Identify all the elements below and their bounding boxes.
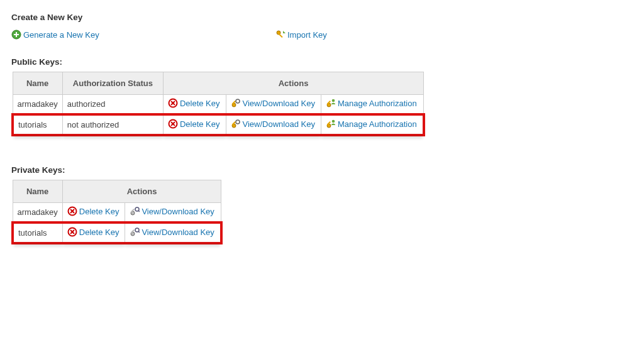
public-col-actions: Actions: [163, 72, 423, 95]
private-row-name: armadakey: [13, 203, 62, 223]
private-row-delete-cell: Delete Key: [62, 203, 125, 223]
public-col-auth: Authorization Status: [62, 72, 163, 95]
table-row: armadakeyauthorizedDelete KeyView/Downlo…: [13, 95, 424, 115]
delete-key-link[interactable]: Delete Key: [67, 227, 119, 237]
create-key-heading: Create a New Key: [11, 13, 633, 22]
delete-key-label: Delete Key: [79, 207, 119, 216]
delete-key-label: Delete Key: [79, 228, 119, 237]
public-row-view-cell: View/Download Key: [226, 95, 321, 115]
import-key-link[interactable]: Import Key: [275, 30, 327, 40]
table-row: armadakeyDelete KeyView/Download Key: [13, 203, 221, 223]
private-row-view-cell: View/Download Key: [125, 222, 221, 243]
private-row-delete-cell: Delete Key: [62, 222, 125, 243]
view-download-key-link[interactable]: View/Download Key: [231, 98, 315, 108]
public-row-delete-cell: Delete Key: [163, 95, 226, 115]
view-download-key-link[interactable]: View/Download Key: [130, 227, 214, 237]
private-keys-table: Name Actions armadakeyDelete KeyView/Dow…: [11, 180, 223, 244]
public-row-name: armadakey: [13, 95, 62, 115]
private-col-name: Name: [13, 180, 62, 203]
view-download-key-label: View/Download Key: [243, 119, 315, 129]
delete-key-link[interactable]: Delete Key: [67, 206, 119, 216]
delete-icon: [168, 98, 178, 108]
public-row-manage-cell: Manage Authorization: [321, 95, 423, 115]
key-user-icon: [326, 98, 336, 108]
view-download-key-label: View/Download Key: [243, 99, 315, 108]
manage-authorization-link[interactable]: Manage Authorization: [326, 98, 417, 108]
public-row-name: tutorials: [13, 114, 62, 135]
public-row-delete-cell: Delete Key: [163, 114, 226, 135]
public-keys-heading: Public Keys:: [11, 57, 633, 67]
import-key-label: Import Key: [287, 30, 327, 40]
manage-authorization-label: Manage Authorization: [338, 119, 417, 129]
delete-icon: [168, 119, 178, 129]
table-row: tutorialsnot authorizedDelete KeyView/Do…: [13, 114, 424, 135]
manage-authorization-label: Manage Authorization: [338, 99, 417, 108]
public-row-view-cell: View/Download Key: [226, 114, 321, 135]
view-download-key-label: View/Download Key: [142, 207, 214, 216]
private-keys-heading: Private Keys:: [11, 165, 633, 175]
public-row-auth-status: authorized: [62, 95, 163, 115]
plus-circle-icon: [11, 30, 21, 40]
delete-icon: [67, 206, 77, 216]
key-import-icon: [275, 30, 286, 40]
key-view-icon: [231, 119, 241, 129]
view-download-key-label: View/Download Key: [142, 228, 214, 237]
view-download-key-link[interactable]: View/Download Key: [231, 119, 315, 129]
private-row-view-cell: View/Download Key: [125, 203, 221, 223]
delete-key-link[interactable]: Delete Key: [168, 98, 220, 108]
key-view-icon: [231, 98, 241, 108]
delete-icon: [67, 227, 77, 237]
manage-authorization-link[interactable]: Manage Authorization: [326, 119, 417, 129]
public-row-manage-cell: Manage Authorization: [321, 114, 423, 135]
view-download-key-link[interactable]: View/Download Key: [130, 206, 214, 216]
private-key-view-icon: [130, 227, 140, 237]
table-row: tutorialsDelete KeyView/Download Key: [13, 222, 221, 243]
private-row-name: tutorials: [13, 222, 62, 243]
private-col-actions: Actions: [62, 180, 221, 203]
private-key-view-icon: [130, 206, 140, 216]
delete-key-label: Delete Key: [180, 119, 220, 129]
generate-new-key-label: Generate a New Key: [23, 30, 99, 40]
public-col-name: Name: [13, 72, 62, 95]
public-keys-table: Name Authorization Status Actions armada…: [11, 72, 425, 136]
delete-key-link[interactable]: Delete Key: [168, 119, 220, 129]
public-row-auth-status: not authorized: [62, 114, 163, 135]
key-user-icon: [326, 119, 336, 129]
delete-key-label: Delete Key: [180, 99, 220, 108]
generate-new-key-link[interactable]: Generate a New Key: [11, 30, 99, 40]
